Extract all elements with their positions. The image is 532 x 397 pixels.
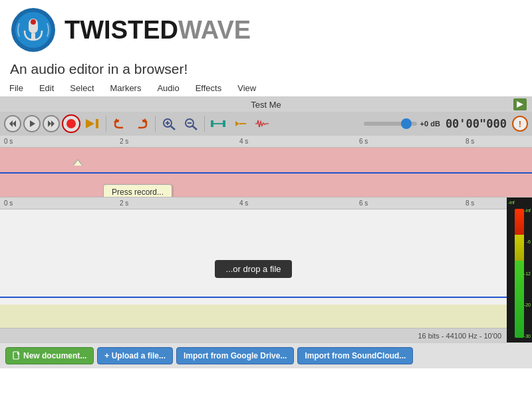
vu-meter: -inf -inf -6 -12 -20 -30 — [507, 198, 532, 342]
logo-text-main: TWISTED — [65, 16, 178, 44]
menu-select[interactable]: Select — [67, 82, 96, 94]
track-title-bar: Test Me — [0, 97, 532, 112]
bottom-ruler-mark-6: 6 s — [359, 199, 368, 207]
vu-label-inf: -inf — [508, 200, 515, 205]
db-label: +0 dB — [420, 120, 440, 128]
bottom-ruler-mark-2: 2 s — [120, 199, 128, 207]
upload-file-button[interactable]: + Upload a file... — [97, 347, 173, 364]
menubar: File Edit Select Markers Audio Effects V… — [0, 80, 532, 97]
svg-marker-12 — [86, 119, 94, 128]
vu-scale-12: -12 — [524, 271, 531, 276]
svg-marker-9 — [30, 120, 35, 127]
vu-scale-30: -30 — [524, 334, 531, 338]
status-text: 16 bits - 44100 Hz - 10'00 — [418, 332, 501, 340]
svg-marker-6 — [517, 101, 523, 108]
logo-image — [10, 7, 57, 53]
zoom-out-button[interactable] — [181, 114, 201, 133]
soundcloud-import-button[interactable]: Import from SoundCloud... — [297, 347, 413, 364]
rewind-button[interactable] — [4, 115, 21, 132]
gdrive-import-button[interactable]: Import from Google Drive... — [176, 347, 294, 364]
vu-bar — [515, 209, 524, 338]
menu-view[interactable]: View — [235, 82, 259, 94]
top-ruler: 0 s 2 s 4 s 6 s 8 s — [0, 136, 532, 148]
bottom-ruler-mark-8: 8 s — [466, 199, 474, 207]
ruler-mark-2: 2 s — [120, 138, 128, 145]
warning-button[interactable]: ! — [512, 116, 528, 132]
svg-point-5 — [31, 19, 36, 25]
vu-red-seg — [515, 209, 524, 235]
svg-marker-7 — [9, 120, 13, 127]
time-display: 00'00"000 — [446, 117, 507, 130]
soundcloud-label: Import from SoundCloud... — [305, 351, 406, 360]
svg-line-21 — [192, 126, 197, 130]
bottom-ruler: 0 s 2 s 4 s 6 s 8 s — [0, 198, 507, 209]
svg-rect-4 — [31, 39, 36, 41]
status-bar: 16 bits - 44100 Hz - 10'00 — [0, 328, 507, 342]
vu-green-seg — [515, 261, 524, 338]
svg-line-17 — [170, 126, 175, 130]
toolbar: +0 dB 00'00"000 ! — [0, 112, 532, 136]
svg-marker-8 — [13, 120, 16, 127]
bottom-ruler-mark-0: 0 s — [4, 199, 13, 207]
menu-file[interactable]: File — [7, 82, 26, 94]
zoom-in-button[interactable] — [159, 114, 179, 133]
vu-yellow-seg — [515, 235, 524, 261]
svg-marker-28 — [235, 121, 239, 126]
gdrive-label: Import from Google Drive... — [184, 351, 287, 360]
bottom-section: 0 s 2 s 4 s 6 s 8 s ...or drop a file 16… — [0, 198, 532, 342]
expand-horizontal-button[interactable] — [230, 114, 250, 133]
vu-scale-20: -20 — [524, 303, 531, 307]
expand-icon[interactable] — [513, 98, 527, 110]
ruler-mark-0: 0 s — [4, 138, 13, 145]
play-button[interactable] — [23, 115, 41, 132]
logo-text: TWISTEDWAVE — [65, 16, 251, 45]
volume-slider[interactable] — [364, 122, 417, 126]
svg-rect-13 — [96, 119, 98, 128]
volume-area: +0 dB 00'00"000 ! — [364, 116, 528, 132]
menu-markers[interactable]: Markers — [108, 82, 144, 94]
waveform-view-button[interactable] — [252, 114, 272, 133]
new-document-button[interactable]: New document... — [5, 347, 94, 364]
drop-area[interactable]: ...or drop a file — [0, 209, 507, 328]
document-icon — [13, 351, 21, 360]
bottom-ruler-mark-4: 4 s — [239, 199, 248, 207]
waveform-playhead-line — [0, 172, 532, 174]
tooltip-arrow-fill — [74, 160, 82, 166]
vu-scale-inf: -inf — [524, 208, 531, 213]
track-title: Test Me — [251, 100, 281, 110]
toolbar-separator-3 — [204, 116, 205, 132]
bottom-left: 0 s 2 s 4 s 6 s 8 s ...or drop a file 16… — [0, 198, 507, 342]
vu-scale-6: -6 — [527, 239, 531, 244]
toolbar-separator-2 — [155, 116, 156, 132]
bottom-waveform-region — [0, 305, 507, 328]
ruler-mark-8: 8 s — [466, 138, 474, 145]
waveform-area[interactable]: Press record... — [0, 148, 532, 198]
new-document-label: New document... — [23, 351, 86, 360]
undo-button[interactable] — [110, 114, 130, 133]
goto-end-button[interactable] — [82, 114, 102, 133]
tagline: An audio editor in a browser! — [0, 60, 532, 80]
vu-labels: -inf — [508, 200, 515, 205]
menu-effects[interactable]: Effects — [193, 82, 225, 94]
menu-edit[interactable]: Edit — [37, 82, 57, 94]
upload-label: + Upload a file... — [104, 351, 166, 360]
header: TWISTEDWAVE — [0, 0, 532, 60]
drop-file-tooltip: ...or drop a file — [215, 260, 291, 278]
svg-marker-11 — [51, 120, 55, 127]
svg-rect-3 — [31, 33, 35, 39]
volume-thumb[interactable] — [401, 118, 412, 129]
logo-text-sub: WAVE — [178, 16, 251, 44]
menu-audio[interactable]: Audio — [154, 82, 182, 94]
redo-button[interactable] — [132, 114, 152, 133]
tooltip-press-record: Press record... — [103, 184, 172, 198]
record-dot — [66, 119, 76, 128]
record-button[interactable] — [62, 114, 80, 133]
fastforward-button[interactable] — [43, 115, 60, 132]
svg-marker-10 — [48, 120, 51, 127]
ruler-mark-4: 4 s — [239, 138, 248, 145]
toolbar-separator-1 — [106, 116, 106, 132]
selection-tool-button[interactable] — [208, 114, 228, 133]
bottom-playhead-line — [0, 297, 507, 298]
bottom-buttons: New document... + Upload a file... Impor… — [0, 342, 532, 368]
vu-scale: -inf -6 -12 -20 -30 — [524, 208, 531, 338]
